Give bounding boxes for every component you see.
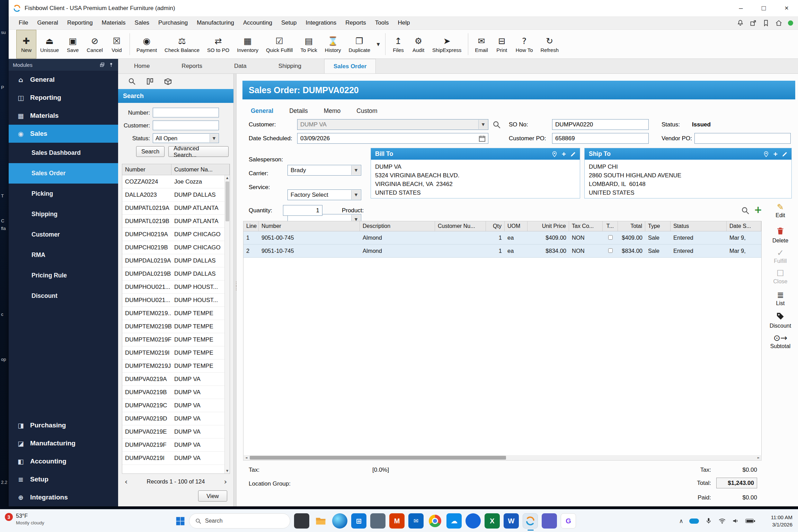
search-result-row[interactable]: DUMPHOU021...DUMP HOUST...	[122, 281, 224, 294]
open-box-icon[interactable]	[164, 77, 172, 86]
edit-pencil-icon[interactable]	[782, 151, 788, 157]
payment-button[interactable]: ◉ Payment	[133, 30, 161, 59]
inventory-button[interactable]: ▦ Inventory	[233, 30, 262, 59]
audit-button[interactable]: ⚙ Audit	[408, 30, 428, 59]
notification-bell-icon[interactable]	[737, 19, 744, 27]
taskbar-search[interactable]: Search	[189, 513, 290, 529]
order-tab-general[interactable]: General	[251, 104, 273, 117]
number-input[interactable]	[153, 108, 219, 117]
panel-splitter[interactable]: ⋮⋮	[234, 74, 237, 506]
shipexpress-button[interactable]: ➤ ShipExpress	[428, 30, 465, 59]
menu-sales[interactable]: Sales	[130, 16, 154, 29]
tab-home[interactable]: Home	[125, 59, 159, 73]
col-number[interactable]: Number	[259, 221, 360, 231]
menu-general[interactable]: General	[33, 16, 62, 29]
quantity-input[interactable]	[283, 205, 322, 216]
weather-widget[interactable]: 3 53°F Mostly cloudy	[5, 512, 44, 526]
email-button[interactable]: ✉ Email	[471, 30, 492, 59]
edit-pencil-icon[interactable]	[570, 151, 576, 157]
col-customer-number[interactable]: Customer Nu...	[435, 221, 486, 231]
sidebar-item-sales-dashboard[interactable]: Sales Dashboard	[9, 143, 118, 163]
check-balance-button[interactable]: ⚖ Check Balance	[161, 30, 203, 59]
order-item-row[interactable]: 1 9051-00-745 Almond 1 ea $409.00 NON $4…	[243, 231, 761, 245]
product-search-icon[interactable]	[741, 206, 750, 215]
search-result-row[interactable]: DUMPATL0219ADUMP ATLANTA	[122, 202, 224, 215]
sidebar-item-manufacturing[interactable]: ◪ Manufacturing	[9, 434, 118, 452]
wifi-icon[interactable]	[718, 517, 726, 525]
next-page-button[interactable]: ›	[224, 477, 227, 486]
menu-purchasing[interactable]: Purchasing	[154, 16, 192, 29]
tray-chevron-icon[interactable]: ∧	[679, 517, 683, 524]
close-order-button[interactable]: ☐ Close	[764, 269, 796, 285]
sidebar-item-sales[interactable]: ◉ Sales	[9, 125, 118, 143]
search-result-row[interactable]: DUMPVA0219BDUMP VA	[122, 386, 224, 399]
start-button[interactable]	[175, 516, 185, 526]
sidebar-item-reporting[interactable]: ◫ Reporting	[9, 89, 118, 107]
to-pick-button[interactable]: ▤ To Pick	[296, 30, 321, 59]
sidebar-item-customer[interactable]: Customer	[9, 224, 118, 245]
maximize-button[interactable]: □	[752, 0, 775, 16]
how-to-button[interactable]: ? How To	[512, 30, 537, 59]
sidebar-item-picking[interactable]: Picking	[9, 184, 118, 204]
col-taxable[interactable]: T...	[603, 221, 618, 231]
location-pin-icon[interactable]	[551, 151, 558, 157]
taskbar-m365[interactable]: M	[389, 513, 405, 529]
search-result-row[interactable]: DUMPTEM0219JDUMP TEMPE	[122, 360, 224, 373]
menu-manufacturing[interactable]: Manufacturing	[192, 16, 239, 29]
search-result-row[interactable]: DUMPVA0219IDUMP VA	[122, 452, 224, 465]
minimize-button[interactable]: –	[729, 0, 752, 16]
taskbar-chrome[interactable]	[427, 513, 443, 529]
tab-sales-order[interactable]: Sales Order	[324, 59, 376, 73]
col-total[interactable]: Total	[618, 221, 645, 231]
location-pin-icon[interactable]	[763, 151, 769, 157]
order-item-row[interactable]: 2 9051-10-745 Almond 1 ea $834.00 NON $8…	[243, 245, 761, 258]
edit-button[interactable]: ✎ Edit	[764, 203, 796, 219]
volume-icon[interactable]	[732, 517, 739, 525]
scrollbar-thumb[interactable]	[250, 456, 506, 460]
menu-tools[interactable]: Tools	[371, 16, 393, 29]
advanced-search-button[interactable]: Advanced Search...	[168, 146, 229, 157]
taskbar-clock[interactable]: 11:00 AM 3/1/2026	[771, 514, 792, 528]
columns-view-icon[interactable]	[146, 77, 154, 86]
search-button[interactable]: Search	[136, 146, 165, 157]
sidebar-item-purchasing[interactable]: ◨ Purchasing	[9, 416, 118, 434]
files-button[interactable]: ↥ Files	[388, 30, 408, 59]
menu-reports[interactable]: Reports	[341, 16, 371, 29]
taskbar-teams[interactable]	[542, 513, 557, 529]
sidebar-item-accounting[interactable]: ◧ Accounting	[9, 452, 118, 470]
view-button[interactable]: View	[198, 490, 227, 502]
scrollbar-thumb[interactable]	[225, 181, 229, 221]
search-result-row[interactable]: DUMPTEM0219BDUMP TEMPE	[122, 320, 224, 333]
share-export-icon[interactable]	[750, 19, 757, 27]
tab-data[interactable]: Data	[225, 59, 256, 73]
col-status[interactable]: Status	[671, 221, 727, 231]
menu-accounting[interactable]: Accounting	[239, 16, 277, 29]
new-button[interactable]: ✚ New	[16, 30, 36, 59]
search-result-row[interactable]: DUMPVA0219ADUMP VA	[122, 373, 224, 386]
taskbar-bluejeans[interactable]	[466, 513, 481, 529]
duplicate-dropdown-arrow[interactable]: ▼	[374, 30, 382, 59]
date-scheduled-input[interactable]	[297, 133, 488, 144]
vertical-scrollbar[interactable]: ▲ ▼	[224, 175, 230, 473]
search-result-row[interactable]: DUMPTEM0219IDUMP TEMPE	[122, 346, 224, 360]
col-description[interactable]: Description	[360, 221, 435, 231]
customer-po-input[interactable]	[552, 133, 649, 144]
close-button[interactable]: ×	[775, 0, 798, 16]
void-button[interactable]: ☒ Void	[107, 30, 127, 59]
unissue-button[interactable]: ⏏ Unissue	[36, 30, 63, 59]
discount-button[interactable]: Discount	[764, 312, 796, 329]
duplicate-button[interactable]: ❐ Duplicate	[345, 30, 374, 59]
delete-button[interactable]: Delete	[764, 227, 796, 244]
popout-icon[interactable]	[99, 62, 105, 68]
bookmark-icon[interactable]	[762, 19, 770, 27]
sidebar-item-materials[interactable]: ▦ Materials	[9, 107, 118, 125]
order-tab-details[interactable]: Details	[289, 104, 308, 117]
quick-fulfill-button[interactable]: ☑ Quick Fulfill	[262, 30, 297, 59]
order-tab-memo[interactable]: Memo	[324, 104, 341, 117]
sidebar-item-general[interactable]: ⌂ General	[9, 71, 118, 89]
col-tax-code[interactable]: Tax Co...	[569, 221, 603, 231]
col-type[interactable]: Type	[645, 221, 671, 231]
refresh-button[interactable]: ↻ Refresh	[537, 30, 563, 59]
menu-help[interactable]: Help	[393, 16, 415, 29]
taskbar-word[interactable]: W	[504, 513, 519, 529]
